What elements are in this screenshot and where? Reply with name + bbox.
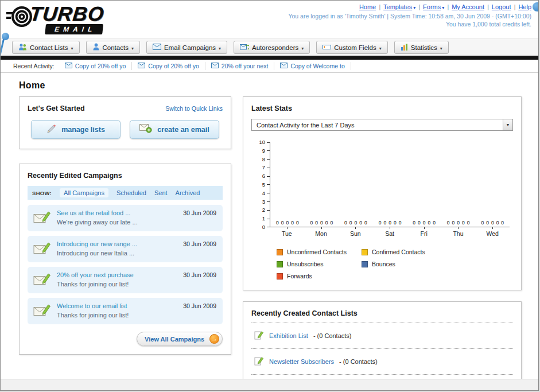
chart-value-labels: 00000 <box>305 220 339 226</box>
statistics-icon <box>401 44 408 52</box>
header-link-templates[interactable]: Templates <box>383 3 415 10</box>
chevron-down-icon <box>503 119 512 130</box>
contact-list-item[interactable]: Newsletter Subscribers - (0 Contacts) <box>251 354 513 369</box>
campaign-date: 30 Jun 2009 <box>183 240 216 247</box>
campaign-item[interactable]: Welcome to our email list Thanks for joi… <box>28 298 223 324</box>
chart-y-axis: 109876543210 <box>255 142 270 227</box>
campaign-item[interactable]: 20% off your next purchase Thanks for jo… <box>28 267 223 293</box>
separator <box>511 3 519 10</box>
chart-legend: Unconfirmed Contacts Confirmed Contacts … <box>277 249 513 280</box>
chevron-down-icon <box>71 44 73 51</box>
switch-quick-links-link[interactable]: Switch to Quick Links <box>165 105 223 112</box>
pencil-doc-icon <box>254 356 264 367</box>
chevron-down-icon <box>379 44 382 51</box>
filter-all-campaigns[interactable]: All Campaigns <box>60 188 108 197</box>
autoresponders-icon <box>240 44 249 52</box>
email-campaigns-icon <box>153 44 161 51</box>
chevron-down-icon <box>131 44 134 51</box>
app-logo: TURBO EMAIL <box>6 3 104 34</box>
view-all-campaigns-button[interactable]: View All Campaigns <box>137 332 223 346</box>
menu-contacts[interactable]: Contacts <box>86 41 140 54</box>
header-link-home[interactable]: Home <box>359 3 376 10</box>
separator <box>484 3 492 10</box>
callout-dot <box>533 2 539 11</box>
app-window: TURBO EMAIL HomeTemplatesFormsMy Account… <box>0 0 539 391</box>
main-content: Let's Get Started Switch to Quick Links … <box>1 96 538 391</box>
pencil-doc-icon <box>254 330 264 341</box>
campaign-item[interactable]: Introducing our new range ... Introducin… <box>28 236 223 262</box>
menu-custom-fields[interactable]: Custom Fields <box>316 41 388 54</box>
page-title: Home <box>19 80 538 91</box>
chart-x-label: Mon <box>304 227 339 237</box>
legend-swatch <box>277 261 283 267</box>
envelope-pencil-icon <box>33 272 52 288</box>
dotted-divider <box>251 348 513 349</box>
campaign-date: 30 Jun 2009 <box>183 271 216 278</box>
campaign-item[interactable]: See us at the retail food ... We're givi… <box>28 205 223 231</box>
contact-list-link[interactable]: Exhibition List <box>269 332 308 339</box>
chart-x-label: Thu <box>441 227 476 237</box>
campaign-subtitle: Introducing our new Italia ... <box>57 250 134 257</box>
header-link-my-account[interactable]: My Account <box>452 3 484 10</box>
header-link-logout[interactable]: Logout <box>492 3 511 10</box>
header-link-help[interactable]: Help <box>518 3 531 10</box>
menu-statistics[interactable]: Statistics <box>394 41 449 54</box>
recent-activity-item[interactable]: 20% off your next <box>205 62 275 70</box>
chart-value-labels: 00000 <box>475 220 510 226</box>
contact-list-item[interactable]: Exhibition List - (0 Contacts) <box>251 328 513 343</box>
legend-swatch <box>277 273 283 280</box>
envelope-pencil-icon <box>33 241 52 257</box>
chart-x-label: Sat <box>372 227 407 237</box>
chart-x-label: Sun <box>338 227 372 237</box>
separator <box>415 3 423 10</box>
contact-activity-chart: 109876543210 000000000000000000000000000… <box>255 142 510 237</box>
logo-text-secondary: EMAIL <box>45 24 103 34</box>
filter-scheduled[interactable]: Scheduled <box>116 189 146 196</box>
campaign-subtitle: We're giving away our late ... <box>57 219 138 226</box>
campaign-date: 30 Jun 2009 <box>183 302 216 309</box>
legend-swatch <box>277 249 283 255</box>
contact-list-count: - (0 Contacts) <box>339 358 378 365</box>
contact-lists-icon <box>18 43 27 52</box>
filter-sent[interactable]: Sent <box>154 189 168 196</box>
session-info: You are logged in as 'Timothy Smith' | S… <box>288 13 531 20</box>
legend-swatch <box>362 249 368 255</box>
manage-lists-button[interactable]: manage lists <box>31 120 121 139</box>
recent-campaigns-panel: Recently Edited Campaigns SHOW: All Camp… <box>19 164 231 355</box>
chart-x-label: Tue <box>270 227 304 237</box>
chart-value-labels: 00000 <box>339 220 373 226</box>
header: TURBO EMAIL HomeTemplatesFormsMy Account… <box>1 1 538 38</box>
chevron-down-icon <box>301 44 304 51</box>
header-link-forms[interactable]: Forms <box>423 3 444 10</box>
legend-swatch <box>362 261 368 267</box>
header-right: HomeTemplatesFormsMy AccountLogoutHelp Y… <box>288 3 531 28</box>
get-started-panel: Let's Get Started Switch to Quick Links … <box>19 96 231 149</box>
campaign-date: 30 Jun 2009 <box>183 209 216 216</box>
menu-autoresponders[interactable]: Autoresponders <box>234 41 310 54</box>
create-email-button[interactable]: create an email <box>130 120 219 139</box>
dotted-divider <box>251 323 513 323</box>
campaign-title-link[interactable]: See us at the retail food ... <box>57 209 177 216</box>
menu-contact-lists[interactable]: Contact Lists <box>12 41 80 54</box>
pencil-icon <box>46 124 56 135</box>
campaign-subtitle: Thanks for joining our list! <box>57 281 129 288</box>
campaign-title-link[interactable]: Welcome to our email list <box>57 302 177 309</box>
campaign-title-link[interactable]: Introducing our new range ... <box>57 240 177 247</box>
get-started-title: Let's Get Started <box>28 104 85 112</box>
campaign-title-link[interactable]: 20% off your next purchase <box>57 271 177 278</box>
show-label: SHOW: <box>32 190 52 196</box>
stats-period-select[interactable]: Contact Activity for the Last 7 Days <box>251 119 513 131</box>
footer-strip <box>1 379 538 390</box>
recent-activity-item[interactable]: Copy of 20% off yo <box>132 62 205 70</box>
recent-activity-item[interactable]: Copy of 20% off yo <box>59 62 133 70</box>
separator <box>376 3 383 10</box>
legend-item: Forwards <box>277 273 362 280</box>
recent-activity-item[interactable]: Copy of Welcome to <box>274 62 351 70</box>
contact-list-link[interactable]: Newsletter Subscribers <box>269 358 334 365</box>
chart-x-labels: TueMonSunSatFriThuWed <box>270 227 510 237</box>
legend-item: Unconfirmed Contacts <box>277 249 362 255</box>
menu-email-campaigns[interactable]: Email Campaigns <box>146 41 227 54</box>
envelope-icon <box>138 63 145 69</box>
custom-fields-icon <box>323 44 331 51</box>
filter-archived[interactable]: Archived <box>176 189 200 196</box>
